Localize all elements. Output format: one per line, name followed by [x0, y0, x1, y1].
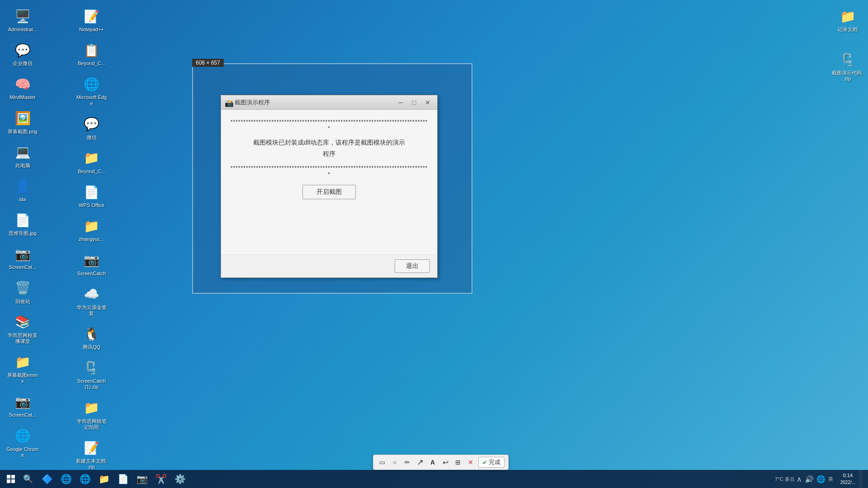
desktop-icon-notepadpp[interactable]: 📝 Notepad++ [74, 5, 110, 35]
crop-tool-button[interactable]: ⊞ [453, 457, 463, 467]
annotation-toolbar: ▭ ○ ✏ ↗ A ↩ ⊞ ✕ ✔ 完成 [373, 455, 509, 470]
beyond-compare2-icon: 📁 [83, 149, 101, 167]
tray-network-icon[interactable]: 🌐 [816, 475, 826, 483]
zhangyuc-label: zhangyuc... [79, 236, 104, 242]
svg-rect-1 [11, 475, 15, 479]
taskbar-wps-button[interactable]: 📄 [114, 470, 132, 488]
wps-office-icon: 📄 [83, 183, 101, 201]
google-chrome-label: Google Chrome [6, 446, 39, 458]
desktop-icon-xuansi-school2[interactable]: 📁 学而思网校笔记拍照 [74, 396, 110, 433]
mosaic-tool-button[interactable]: ↩ [440, 457, 450, 467]
recycle-bin-label: 回收站 [15, 299, 30, 305]
screencatch1-label: ScreenCat... [9, 264, 36, 270]
taskbar-cortana-button[interactable]: 🔷 [38, 470, 56, 488]
desktop-icon-ida[interactable]: 👤 ida [5, 174, 41, 205]
desktop-icon-qq[interactable]: 🐧 腾讯QQ [74, 322, 110, 353]
desktop-icon-new-text[interactable]: 📝 新建文本文档.zip [74, 436, 110, 473]
screenshot-png-label: 屏幕截图.png [8, 129, 37, 135]
desktop-icon-screencatch1[interactable]: 📷 ScreenCat... [5, 242, 41, 273]
new-text-label: 新建文本文档.zip [75, 458, 108, 470]
desktop-icon-xuansi-school[interactable]: 📚 学而思网校直播课堂 [5, 310, 41, 347]
desktop-icon-zhangyuc[interactable]: 📁 zhangyuc... [74, 214, 110, 245]
qq-icon: 🐧 [83, 325, 101, 343]
desktop-icon-weixin[interactable]: 💬 微信 [74, 113, 110, 143]
microsoft-edge-icon: 🌐 [83, 75, 101, 93]
show-desktop-button[interactable] [859, 470, 863, 488]
desktop-icon-jilu-docs[interactable]: 📁 记录文档 [830, 5, 866, 35]
finish-label: 完成 [489, 458, 500, 466]
beyond-compare-label: Beyond_C... [78, 61, 105, 66]
svg-rect-2 [7, 479, 10, 483]
this-pc-icon: 💻 [14, 143, 32, 161]
taskbar-edge-button[interactable]: 🌐 [76, 470, 94, 488]
desktop-icon-wps-office[interactable]: 📄 WPS Office [74, 180, 110, 211]
huawei-cloud-icon: ☁️ [83, 285, 101, 303]
administrator-icon: 🖥️ [14, 7, 32, 25]
desktop-icon-jietu-demo[interactable]: 🗜️ 截图演示代码.zip [830, 48, 866, 84]
ellipse-tool-button[interactable]: ○ [390, 457, 400, 467]
dialog-close-button[interactable]: ✕ [422, 98, 434, 108]
desktop-icon-screencatch2[interactable]: 📷 ScreenCat... [5, 390, 41, 421]
pingmu-jietu-label: 屏幕截图emmx [6, 372, 39, 384]
tray-expand-icon[interactable]: ∧ [797, 475, 802, 483]
taskbar-chrome-button[interactable]: 🌐 [57, 470, 75, 488]
desktop-icon-recycle-bin[interactable]: 🗑️ 回收站 [5, 277, 41, 307]
svg-rect-0 [7, 475, 10, 479]
clock-display[interactable]: 0:14 2022/... [839, 472, 857, 485]
taskbar-jietu-button[interactable]: ✂️ [152, 470, 170, 488]
tray-volume-icon[interactable]: 🔊 [805, 475, 814, 483]
desktop-icon-silu-map[interactable]: 📄 思维导图.jpg [5, 208, 41, 239]
desktop-icon-this-pc[interactable]: 💻 此电脑 [5, 141, 41, 171]
finish-button[interactable]: ✔ 完成 [478, 457, 505, 468]
taskbar-search-button[interactable]: 🔍 [20, 471, 36, 487]
silu-map-label: 思维导图.jpg [9, 230, 37, 236]
tray-ime-icon[interactable]: 英 [828, 476, 833, 483]
start-button[interactable] [2, 470, 20, 488]
exit-button[interactable]: 退出 [395, 259, 430, 273]
notepadpp-icon: 📝 [83, 7, 101, 25]
dialog-stars-bottom: ****************************************… [230, 165, 428, 178]
dialog-minimize-button[interactable]: ─ [395, 98, 406, 108]
dialog-content: ****************************************… [221, 110, 437, 254]
desktop-icon-qiye-weixin[interactable]: 💬 企业微信 [5, 38, 41, 69]
ida-label: ida [19, 197, 26, 202]
finish-check-icon: ✔ [482, 459, 487, 466]
qq-label: 腾讯QQ [83, 344, 100, 350]
desktop-icon-google-chrome[interactable]: 🌐 Google Chrome [5, 424, 41, 461]
recycle-bin-icon: 🗑️ [14, 279, 32, 297]
xuansi-school2-label: 学而思网校笔记拍照 [75, 418, 108, 430]
taskbar-extra-button[interactable]: ⚙️ [171, 470, 189, 488]
cancel-tool-button[interactable]: ✕ [466, 457, 476, 467]
desktop-icon-mindmaster[interactable]: 🧠 MindMaster [5, 72, 41, 103]
rect-tool-button[interactable]: ▭ [377, 457, 387, 467]
dialog-stars-top: ****************************************… [230, 119, 428, 131]
dialog-maximize-button[interactable]: □ [408, 98, 420, 108]
screencatch3-icon: 📷 [83, 251, 101, 269]
dialog-text-line2: 程序 [323, 150, 335, 157]
desktop-icon-screencatch3[interactable]: 📷 ScreenCatch [74, 249, 110, 279]
pencil-tool-button[interactable]: ✏ [402, 457, 412, 467]
desktop-icon-microsoft-edge[interactable]: 🌐 Microsoft Edge [74, 72, 110, 109]
screencatch2-icon: 📷 [14, 393, 32, 411]
desktop-icon-screenshot-png[interactable]: 🖼️ 屏幕截图.png [5, 107, 41, 137]
dialog-title: 截图演示程序 [235, 99, 270, 107]
desktop-icon-screencatch-zip[interactable]: 🗜️ ScreenCatch(1).zip [74, 356, 110, 393]
desktop-icon-administrator[interactable]: 🖥️ Administrat... [5, 5, 41, 35]
screencatch-zip-icon: 🗜️ [83, 359, 101, 377]
mindmaster-icon: 🧠 [14, 75, 32, 93]
new-text-icon: 📝 [83, 439, 101, 457]
taskbar-files-button[interactable]: 📁 [95, 470, 113, 488]
screencatch1-icon: 📷 [14, 245, 32, 263]
taskbar-screencatch-button[interactable]: 📷 [133, 470, 151, 488]
desktop-icon-beyond-compare2[interactable]: 📁 Beyond_C... [74, 146, 110, 177]
zhangyuc-icon: 📁 [83, 217, 101, 235]
desktop-icon-huawei-cloud[interactable]: ☁️ 华为云源金签套 [74, 282, 110, 319]
desktop-icon-beyond-compare[interactable]: 📋 Beyond_C... [74, 38, 110, 69]
desktop-icon-pingmu-jietu[interactable]: 📁 屏幕截图emmx [5, 350, 41, 387]
start-screenshot-button[interactable]: 开启截图 [302, 185, 356, 199]
silu-map-icon: 📄 [14, 211, 32, 229]
dialog-window: 📸 截图演示程序 ─ □ ✕ *************************… [221, 95, 438, 278]
text-tool-button[interactable]: A [428, 457, 438, 467]
arrow-tool-button[interactable]: ↗ [415, 457, 425, 467]
dialog-app-icon: 📸 [225, 99, 232, 106]
